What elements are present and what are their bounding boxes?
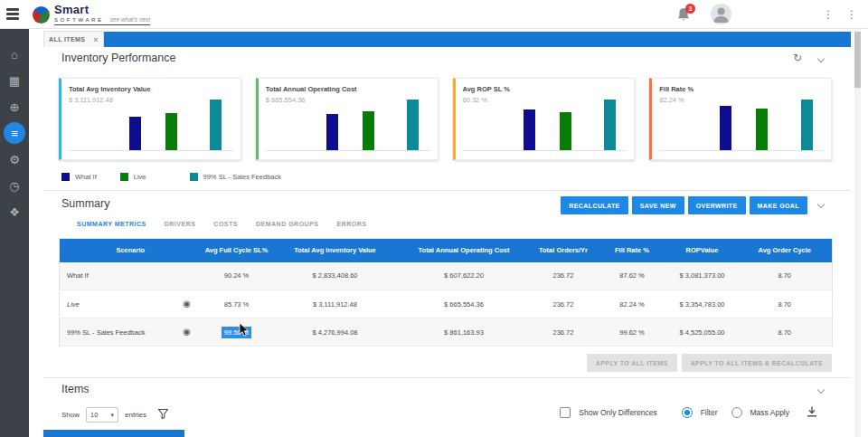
tab-strip: ALL ITEMS ×	[29, 29, 868, 47]
summary-action-buttons: RECALCULATE SAVE NEW OVERWRITE MAKE GOAL	[561, 196, 807, 214]
left-sidebar: ⌂ ▦ ⊕ ≡ ⚙ ◷ ❖	[0, 29, 29, 437]
chevron-down-icon: ▾	[111, 412, 115, 419]
tab-demand-groups[interactable]: DEMAND GROUPS	[256, 221, 319, 227]
sidebar-item-dashboard[interactable]: ▦	[0, 68, 29, 93]
download-icon[interactable]	[807, 406, 817, 419]
inventory-performance-title: Inventory Performance	[61, 52, 175, 64]
chart-bar-2	[210, 100, 222, 150]
cell-goal-indicator: ◉	[173, 318, 202, 347]
cell-orders: 236.72	[530, 262, 598, 290]
column-header-avg-full-cycle-sl: Avg Full Cycle SL%	[202, 239, 272, 262]
metric-card-inventory-value: Total Avg Inventory Value $ 3,111,912.48	[59, 78, 241, 160]
brand-name: Smart	[54, 4, 150, 15]
table-row-what-if[interactable]: What If 90.24 % $ 2,833,408.60 $ 607,622…	[60, 262, 833, 290]
page-size-value: 10	[90, 411, 98, 419]
legend-label: Live	[134, 173, 146, 181]
goal-target-icon[interactable]: ◉	[183, 299, 191, 309]
items-filter-controls: Show Only Differences Filter Mass Apply	[560, 406, 817, 419]
sidebar-item-items-list[interactable]: ≡	[0, 120, 29, 146]
overwrite-button[interactable]: OVERWRITE	[688, 196, 746, 214]
collapse-summary-chevron-icon[interactable]	[817, 201, 825, 208]
metric-card-title: Total Annual Operating Cost	[266, 85, 430, 93]
chart-bar-1	[560, 112, 571, 150]
sidebar-item-history[interactable]: ◷	[0, 173, 29, 198]
scrollbar-track[interactable]	[854, 29, 861, 437]
app-window: Smart SOFTWARE see what's next 3 ⋮ ⋮ ⌂ ▦…	[0, 0, 868, 437]
brand-logo-icon	[33, 6, 50, 24]
show-only-differences-checkbox[interactable]	[560, 407, 571, 418]
brand-logo[interactable]: Smart SOFTWARE see what's next	[33, 4, 150, 25]
save-new-button[interactable]: SAVE NEW	[632, 196, 684, 214]
cell-scenario: Live	[60, 290, 173, 318]
filter-radio[interactable]	[682, 407, 693, 418]
cell-cost: $ 607,622.20	[399, 262, 530, 290]
user-avatar[interactable]	[711, 4, 731, 24]
collapse-items-chevron-icon[interactable]	[817, 386, 825, 394]
apply-to-all-items-recalculate-button[interactable]: APPLY TO ALL ITEMS & RECALCULATE	[682, 354, 832, 372]
refresh-icon[interactable]: ↻	[793, 52, 802, 64]
table-row-live[interactable]: Live ◉ 85.73 % $ 3,111,912.48 $ 665,554.…	[60, 290, 833, 318]
goal-target-icon[interactable]: ◉	[183, 327, 191, 337]
sidebar-item-network[interactable]: ❖	[0, 199, 29, 224]
cell-sl: 90.24 %	[202, 262, 272, 290]
cell-fill: 87.62 %	[598, 262, 667, 290]
scrollbar-thumb[interactable]	[854, 32, 861, 88]
gear-icon: ⚙	[9, 154, 20, 166]
cell-fill: 82.24 %	[598, 290, 667, 318]
make-goal-button[interactable]: MAKE GOAL	[750, 196, 807, 214]
filter-funnel-icon[interactable]	[158, 409, 168, 421]
cell-sl: 85.73 %	[202, 290, 272, 318]
chart-bar-0	[720, 106, 731, 150]
sidebar-item-settings[interactable]: ⚙	[0, 147, 29, 172]
notification-count-badge: 3	[685, 4, 695, 14]
overflow-menu-icon[interactable]: ⋮	[823, 7, 834, 22]
chart-bar-1	[165, 113, 177, 150]
page-size-select[interactable]: 10 ▾	[86, 407, 118, 423]
table-row-99sl-sales-feedback[interactable]: 99% SL - Sales Feedback ◉ 99.50 % $ 4,27…	[60, 318, 833, 347]
tab-all-items[interactable]: ALL ITEMS ×	[43, 31, 104, 47]
cell-scenario: 99% SL - Sales Feedback	[60, 318, 173, 347]
mouse-cursor	[239, 323, 250, 337]
brand-tagline: see what's next	[110, 16, 151, 23]
cell-cost: $ 665,554.36	[399, 290, 530, 318]
table-header-row: Scenario Avg Full Cycle SL% Total Avg In…	[60, 239, 833, 262]
apply-to-all-items-button[interactable]: APPLY TO ALL ITEMS	[587, 354, 677, 372]
tab-summary-metrics[interactable]: SUMMARY METRICS	[77, 221, 146, 227]
top-bar: Smart SOFTWARE see what's next 3 ⋮ ⋮	[0, 0, 868, 29]
cell-sl: 99.50 %	[202, 318, 272, 347]
filter-radio-label: Filter	[701, 408, 718, 417]
mass-apply-radio[interactable]	[731, 407, 742, 418]
chart-baseline	[69, 150, 233, 151]
chart-bar-1	[363, 111, 374, 150]
chart-baseline	[659, 150, 824, 151]
tab-strip-bar	[103, 32, 851, 47]
tab-costs[interactable]: COSTS	[213, 221, 238, 227]
tab-errors[interactable]: ERRORS	[337, 221, 367, 227]
chart-bar-2	[801, 100, 813, 150]
clock-icon: ◷	[9, 180, 19, 192]
tab-close-icon[interactable]: ×	[93, 35, 99, 44]
mass-apply-radio-label: Mass Apply	[750, 408, 789, 417]
network-icon: ❖	[9, 206, 20, 218]
metric-cards-row: Total Avg Inventory Value $ 3,111,912.48…	[59, 78, 832, 160]
entries-label: entries	[125, 411, 146, 419]
menu-toggle-icon[interactable]	[6, 8, 19, 20]
list-icon: ≡	[11, 128, 18, 139]
summary-table: Scenario Avg Full Cycle SL% Total Avg In…	[59, 238, 833, 347]
items-title: Items	[61, 383, 90, 395]
window-menu-icon[interactable]: ⋮	[846, 7, 857, 22]
sidebar-item-globe[interactable]: ⊕	[0, 94, 29, 119]
dashboard-icon: ▦	[9, 75, 20, 87]
metric-card-title: Avg ROP SL %	[463, 85, 627, 93]
collapse-inventory-chevron-icon[interactable]	[817, 55, 825, 62]
legend-swatch	[190, 173, 198, 181]
metric-card-chart	[266, 98, 430, 150]
sidebar-item-home[interactable]: ⌂	[0, 42, 29, 67]
recalculate-button[interactable]: RECALCULATE	[561, 196, 627, 214]
cell-orders: 236.72	[530, 318, 598, 347]
cell-inventory: $ 4,276,994.08	[272, 318, 399, 347]
tab-drivers[interactable]: DRIVERS	[165, 221, 196, 227]
metric-card-chart	[69, 98, 233, 150]
metric-card-avg-rop-sl: Avg ROP SL % 60.32 %	[453, 78, 636, 160]
column-header-total-annual-operating-cost: Total Annual Operating Cost	[399, 239, 530, 262]
